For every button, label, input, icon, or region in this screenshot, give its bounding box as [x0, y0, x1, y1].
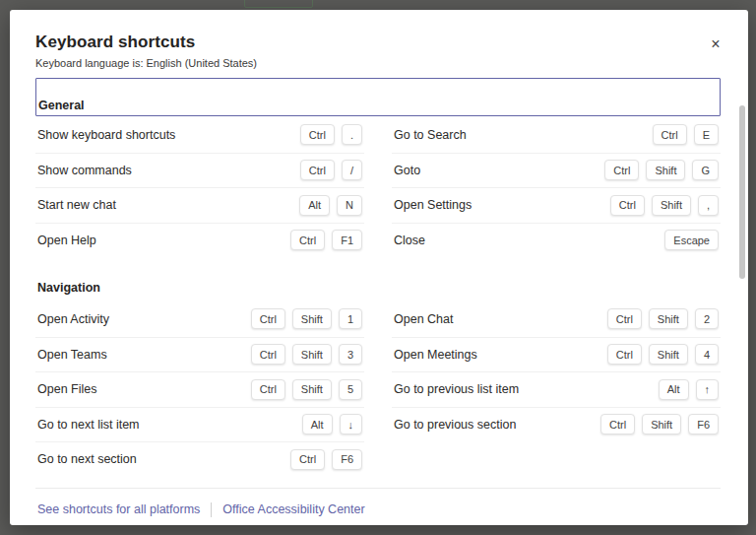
shortcut-keys: Alt↓	[295, 414, 362, 435]
shortcut-keys: CtrlShift3	[244, 344, 362, 365]
shortcut-keys: CtrlShift1	[244, 308, 362, 329]
shortcut-label: Open Chat	[394, 312, 453, 326]
key-cap: Shift	[292, 308, 332, 329]
key-cap: Ctrl	[607, 308, 642, 329]
key-cap: /	[342, 160, 362, 180]
key-cap: Shift	[649, 344, 688, 365]
key-cap: Shift	[646, 160, 685, 180]
shortcut-keys: CtrlShiftG	[598, 160, 719, 180]
shortcut-row: Show keyboard shortcutsCtrl.	[35, 117, 364, 153]
dialog-title: Keyboard shortcuts	[35, 33, 721, 52]
key-cap: Alt	[659, 379, 689, 400]
key-cap: ↓	[340, 414, 363, 435]
shortcut-row: Go to previous sectionCtrlShiftF6	[392, 407, 721, 442]
keyboard-shortcuts-dialog: × Keyboard shortcuts Keyboard language i…	[10, 10, 748, 525]
shortcut-row: Open SettingsCtrlShift,	[392, 187, 721, 223]
key-cap: .	[342, 124, 362, 145]
shortcut-label: Open Activity	[37, 312, 109, 326]
shortcut-row: Open ChatCtrlShift2	[392, 301, 721, 337]
shortcut-label: Show keyboard shortcuts	[37, 128, 175, 142]
shortcut-keys: CtrlShift5	[244, 379, 362, 400]
section-navigation-rows: Open ActivityCtrlShift1Open TeamsCtrlShi…	[35, 301, 721, 477]
shortcut-label: Open Files	[37, 382, 96, 396]
shortcut-keys: CtrlShift,	[603, 195, 719, 216]
key-cap: G	[692, 160, 719, 180]
key-cap: 2	[695, 308, 719, 329]
shortcut-keys: CtrlShift2	[600, 308, 719, 329]
shortcut-row: Start new chatAltN	[35, 187, 364, 223]
shortcut-row: CloseEscape	[392, 223, 721, 258]
key-cap: Ctrl	[600, 414, 635, 435]
shortcut-row: Go to previous list itemAlt↑	[392, 371, 721, 407]
key-cap: 4	[695, 344, 719, 365]
shortcut-keys: CtrlF1	[284, 230, 362, 250]
key-cap: Ctrl	[300, 160, 335, 180]
key-cap: F6	[332, 449, 362, 470]
key-cap: Ctrl	[290, 230, 325, 250]
key-cap: Ctrl	[251, 308, 285, 329]
shortcut-label: Go to previous section	[394, 418, 516, 432]
shortcut-keys: CtrlF6	[284, 449, 362, 470]
shortcut-label: Open Help	[37, 234, 96, 247]
key-cap: Ctrl	[653, 124, 687, 145]
key-cap: F6	[688, 414, 719, 435]
shortcut-label: Go to next list item	[37, 418, 140, 432]
section-general-rows: Show keyboard shortcutsCtrl.Show command…	[35, 117, 721, 257]
shortcut-row: Go to SearchCtrlE	[392, 117, 721, 153]
key-cap: Ctrl	[610, 195, 645, 216]
shortcut-keys: CtrlShiftF6	[594, 414, 719, 435]
dialog-content: Keyboard shortcuts Keyboard language is:…	[10, 10, 748, 517]
key-cap: Ctrl	[607, 344, 642, 365]
key-cap: 1	[339, 308, 362, 329]
key-cap: Shift	[292, 379, 332, 400]
key-cap: Shift	[642, 414, 681, 435]
shortcut-keys: Ctrl/	[293, 160, 362, 180]
shortcut-row: Open FilesCtrlShift5	[35, 371, 364, 407]
shortcut-label: Show commands	[37, 164, 132, 177]
shortcut-row: Go to next list itemAlt↓	[35, 407, 364, 442]
key-cap: Ctrl	[604, 160, 639, 180]
shortcut-label: Go to previous list item	[394, 382, 519, 396]
shortcut-label: Go to Search	[394, 128, 467, 142]
key-cap: Escape	[664, 230, 719, 250]
key-cap: Alt	[302, 414, 333, 435]
shortcut-keys: Escape	[658, 230, 719, 250]
key-cap: Ctrl	[251, 344, 285, 365]
shortcut-label: Close	[394, 234, 425, 247]
link-see-shortcuts-all-platforms[interactable]: See shortcuts for all platforms	[37, 502, 200, 516]
shortcut-row: Go to next sectionCtrlF6	[35, 441, 364, 477]
link-office-accessibility-center[interactable]: Office Accessibility Center	[222, 502, 364, 516]
key-cap: Ctrl	[290, 449, 325, 470]
key-cap: 3	[339, 344, 362, 365]
shortcut-keys: Alt↑	[652, 379, 719, 400]
shortcut-row: GotoCtrlShiftG	[392, 153, 721, 188]
footer-links: See shortcuts for all platforms Office A…	[35, 489, 721, 517]
shortcut-row: Open ActivityCtrlShift1	[35, 301, 364, 337]
background-app-remnant	[244, 0, 313, 8]
shortcut-row: Open MeetingsCtrlShift4	[392, 337, 721, 372]
shortcut-row: Open TeamsCtrlShift3	[35, 337, 364, 372]
shortcut-label: Open Teams	[37, 348, 107, 362]
shortcut-row: Show commandsCtrl/	[35, 153, 364, 188]
section-header-general: General	[38, 99, 85, 112]
shortcut-label: Start new chat	[37, 198, 116, 212]
key-cap: N	[337, 195, 362, 216]
close-icon[interactable]: ×	[705, 33, 726, 55]
key-cap: Alt	[299, 195, 330, 216]
shortcut-row: Open HelpCtrlF1	[35, 223, 364, 258]
shortcut-label: Goto	[394, 164, 420, 177]
shortcut-keys: CtrlShift4	[600, 344, 719, 365]
section-header-navigation: Navigation	[35, 281, 721, 295]
key-cap: ,	[698, 195, 719, 216]
key-cap: 5	[339, 379, 362, 400]
key-cap: Shift	[292, 344, 332, 365]
keyboard-language-text: Keyboard language is: English (United St…	[35, 57, 721, 69]
shortcut-label: Open Settings	[394, 198, 472, 212]
shortcut-keys: CtrlE	[646, 124, 719, 145]
key-cap: ↑	[696, 379, 720, 400]
key-cap: F1	[332, 230, 362, 250]
shortcut-label: Go to next section	[37, 452, 137, 466]
shortcut-keys: AltN	[292, 195, 362, 216]
scrollbar-thumb[interactable]	[739, 105, 745, 279]
section-general-focus-box[interactable]: General	[35, 78, 721, 116]
